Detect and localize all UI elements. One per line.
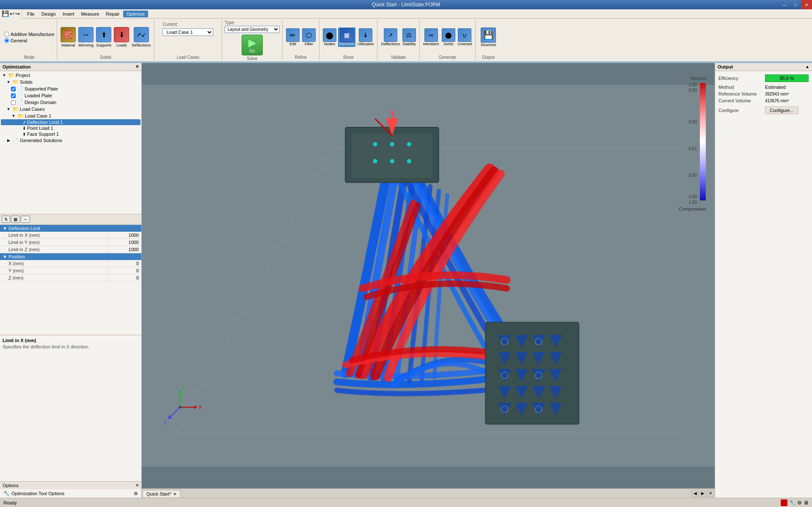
statusbar: Ready 🔧 ⚙ 🖥 [0,498,812,507]
options-collapse-icon[interactable]: ✕ [135,483,139,488]
position-section[interactable]: ▼ Position [0,253,141,260]
output-panel-collapse[interactable]: ▲ [805,64,809,69]
svg-point-9 [407,142,411,146]
elements-button[interactable]: ▦ Elements [338,27,356,47]
show-group-label: Show [343,54,354,60]
tree-generated-solutions[interactable]: ▶ 📄 Generated Solutions [1,137,140,144]
legend: Tension 1.00 0.99 0.50 0.01 0.50 0.99 1.… [679,76,706,211]
optimization-tool-options[interactable]: 🔧 Optimization Tool Options ⚙ [0,489,141,498]
svg-point-7 [373,142,377,146]
mode-general[interactable]: General [4,38,27,43]
loadcase-select[interactable]: Load Case 1 [162,28,213,36]
properties-area: ▼ Deflection Limit Limit in X (mm) 1000 … [0,225,141,335]
minimize-button[interactable]: — [779,0,790,9]
mirroring-button[interactable]: ↔ Mirroring [77,26,94,48]
title-text: Quick Start - LimitState:FORM [372,2,440,8]
hint-area: Limit in X (mm) Specifies the deflection… [0,335,141,482]
redo-icon[interactable]: ↪ [15,11,20,17]
svg-point-8 [390,142,394,146]
tree-loaded-plate[interactable]: 📄 Loaded Plate [1,92,140,99]
ribbon-group-refine: ✏ Edit ⬡ Filter Refine [283,19,319,60]
filter-button[interactable]: ⬡ Filter [301,27,317,47]
menu-insert[interactable]: Insert [59,11,78,17]
close-button[interactable]: ✕ [801,0,812,9]
ribbon-group-solve: Type: Layout and Geometry Layout Only ▶ … [222,19,283,60]
options-header: Options ✕ [0,482,141,489]
current-volume-value: 413676 mm³ [765,99,809,103]
structure-button[interactable]: 💾 Structure [480,27,497,48]
pos-y-row: Y (mm) 0 [0,267,141,274]
deflection-limit-section[interactable]: ▼ Deflection Limit [0,225,141,232]
quickstart-tab-label: Quick Start* [146,491,171,496]
menu-repair[interactable]: Repair [102,11,123,17]
menu-design[interactable]: Design [38,11,59,17]
efficiency-bar: 95.0 % [765,74,809,82]
status-text: Ready [3,500,17,505]
tree-supported-plate[interactable]: 📄 Supported Plate [1,85,140,92]
ribbon-group-output: 💾 Structure Output [476,19,501,60]
configure-row: Configure Configure... [718,107,809,114]
3d-scene[interactable]: X Y Z Tension [142,63,715,488]
deflections-button[interactable]: ↗↙ Deflections [131,26,151,48]
props-expand-button[interactable]: ↔ [21,216,30,223]
configure-button[interactable]: Configure... [765,107,798,114]
hint-text: Specifies the deflection limit in X dire… [3,344,139,349]
legend-val-0.99: 0.99 [689,88,697,93]
legend-val-0.50-c: 0.50 [689,173,697,178]
panel-close-icon[interactable]: ✕ [135,64,139,69]
tab-prev-button[interactable]: ◀ [692,490,699,497]
svg-rect-4 [352,134,432,178]
svg-point-10 [373,159,377,163]
utilization-button[interactable]: 🌡 Utilization [356,27,374,47]
ribbon-group-validate: ↗ Deflections ⚖ Stability Validate [377,19,420,60]
optimization-panel-header: Optimization ✕ [0,63,141,71]
svg-text:Y: Y [182,385,185,390]
tree-design-domain[interactable]: 📄 Design Domain [1,99,140,106]
undo-icon[interactable]: ↩ [10,11,14,17]
legend-val-1.00-c: 1.00 [689,200,697,205]
menu-file[interactable]: File [24,11,38,17]
edit-button[interactable]: ✏ Edit [285,27,300,47]
stability-button[interactable]: ⚖ Stability [402,27,417,47]
loads-button[interactable]: ⬇ Loads [113,26,130,48]
menu-measure[interactable]: Measure [78,11,103,17]
joints-button[interactable]: ⬤ Joints [441,27,456,47]
supports-button[interactable]: ⬆ Supports [95,26,112,48]
props-sort-button[interactable]: ⇅ [2,216,10,223]
method-label: Method [718,85,765,90]
tab-close-icon[interactable]: ✕ [173,492,176,496]
go-button[interactable]: ▶ Go [242,35,263,55]
tree-solids[interactable]: ▼ 📁 Solids [1,79,140,85]
unioned-button[interactable]: ∪ Unioned [457,27,473,47]
tree-point-load-1[interactable]: ⬇ Point Load 1 [1,125,140,131]
tree-face-support-1[interactable]: ⬆ Face Support 1 [1,131,140,137]
props-toolbar: ⇅ ▦ ↔ [0,214,141,225]
hint-title: Limit in X (mm) [3,338,139,343]
tab-close-button[interactable]: ✕ [707,490,714,497]
quickstart-tab[interactable]: Quick Start* ✕ [143,490,180,497]
menu-optimize[interactable]: Optimize [123,11,148,17]
type-select[interactable]: Layout and Geometry Layout Only [225,26,280,33]
tab-next-button[interactable]: ▶ [699,490,706,497]
ref-volume-label: Reference Volume [718,91,765,96]
method-value: Estimated [765,85,809,90]
nodes-button[interactable]: ⬤ Nodes [322,27,337,47]
options-settings-icon[interactable]: ⚙ [134,491,138,496]
svg-point-11 [390,159,394,163]
material-button[interactable]: 🧱 Material [60,26,77,48]
titlebar-controls[interactable]: — □ ✕ [779,0,812,9]
tree-load-case-1[interactable]: ▼ 📁 Load Case 1 [1,112,140,119]
current-volume-label: Current Volume [718,98,765,103]
props-categorize-button[interactable]: ▦ [11,216,20,223]
tree-deflection-limit-1[interactable]: ↗ Deflection Limit 1 [1,119,140,125]
save-icon[interactable]: 💾 [2,10,9,17]
titlebar: Quick Start - LimitState:FORM — □ ✕ [0,0,812,9]
tree-project[interactable]: ▼ 📁 Project [1,72,140,79]
maximize-button[interactable]: □ [790,0,801,9]
validate-deflections-button[interactable]: ↗ Deflections [380,27,401,47]
members-button[interactable]: ═ Members [422,27,440,47]
tab-navigation: ◀ ▶ ✕ [692,490,714,497]
svg-text:Z: Z [164,420,167,425]
mode-additive[interactable]: Additive Manufacture [4,32,54,37]
tree-load-cases[interactable]: ▼ 📁 Load Cases [1,106,140,112]
